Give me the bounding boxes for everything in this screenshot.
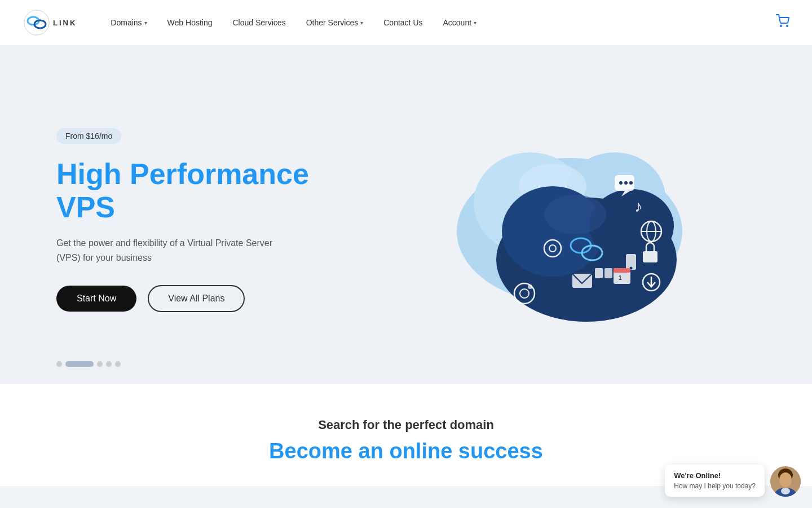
- nav-domains[interactable]: Domains ▾: [111, 18, 147, 27]
- hero-subtitle: Get the power and flexibility of a Virtu…: [56, 236, 299, 265]
- slider-dot[interactable]: [106, 361, 112, 367]
- cart-icon[interactable]: [776, 14, 789, 31]
- chat-avatar[interactable]: [770, 466, 801, 497]
- svg-point-4: [787, 25, 788, 27]
- hero-section: From $16/mo High Performance VPS Get the…: [0, 45, 812, 384]
- view-all-plans-button[interactable]: View All Plans: [148, 285, 245, 312]
- slider-dot[interactable]: [56, 361, 62, 367]
- chevron-down-icon: ▾: [144, 20, 147, 26]
- svg-point-44: [781, 488, 790, 494]
- nav-webhosting[interactable]: Web Hosting: [167, 18, 213, 27]
- svg-point-16: [624, 181, 628, 185]
- slider-dot[interactable]: [115, 361, 121, 367]
- svg-point-3: [780, 25, 782, 27]
- svg-rect-31: [604, 268, 612, 278]
- svg-rect-33: [614, 268, 630, 273]
- hero-content: From $16/mo High Performance VPS Get the…: [56, 128, 383, 313]
- svg-point-15: [619, 181, 623, 185]
- slider-dot[interactable]: [97, 361, 103, 367]
- svg-point-12: [544, 195, 606, 234]
- svg-rect-30: [595, 268, 603, 278]
- chevron-down-icon: ▾: [360, 20, 363, 26]
- price-badge: From $16/mo: [56, 128, 121, 144]
- chat-message: How may I help you today?: [674, 482, 756, 490]
- logo[interactable]: LINK: [23, 8, 77, 37]
- nav-account[interactable]: Account ▾: [443, 18, 477, 27]
- slider-dots: [56, 361, 121, 367]
- svg-rect-22: [643, 251, 657, 262]
- chat-widget[interactable]: We're Online! How may I help you today?: [665, 465, 801, 497]
- chat-bubble: We're Online! How may I help you today?: [665, 465, 765, 497]
- hero-buttons: Start Now View All Plans: [56, 285, 383, 312]
- chevron-down-icon: ▾: [474, 20, 476, 26]
- nav-contactus[interactable]: Contact Us: [383, 18, 422, 27]
- svg-point-42: [779, 472, 792, 487]
- nav-links: Domains ▾ Web Hosting Cloud Services Oth…: [111, 18, 776, 27]
- chat-status: We're Online!: [674, 471, 756, 480]
- nav-cloudservices[interactable]: Cloud Services: [233, 18, 286, 27]
- svg-point-17: [629, 181, 633, 185]
- svg-text:♪: ♪: [634, 198, 642, 215]
- nav-otherservices[interactable]: Other Services ▾: [306, 18, 364, 27]
- slider-dot-active[interactable]: [65, 361, 94, 367]
- svg-point-39: [528, 284, 532, 289]
- svg-text:1: 1: [619, 275, 622, 281]
- hero-title: High Performance VPS: [56, 157, 383, 225]
- domain-search-label: Search for the perfect domain: [23, 418, 789, 432]
- navbar: LINK Domains ▾ Web Hosting Cloud Service…: [0, 0, 812, 45]
- domain-search-subtitle: Become an online success: [23, 439, 789, 463]
- logo-text: LINK: [53, 19, 77, 27]
- start-now-button[interactable]: Start Now: [56, 286, 136, 312]
- hero-image: ♪: [383, 119, 756, 322]
